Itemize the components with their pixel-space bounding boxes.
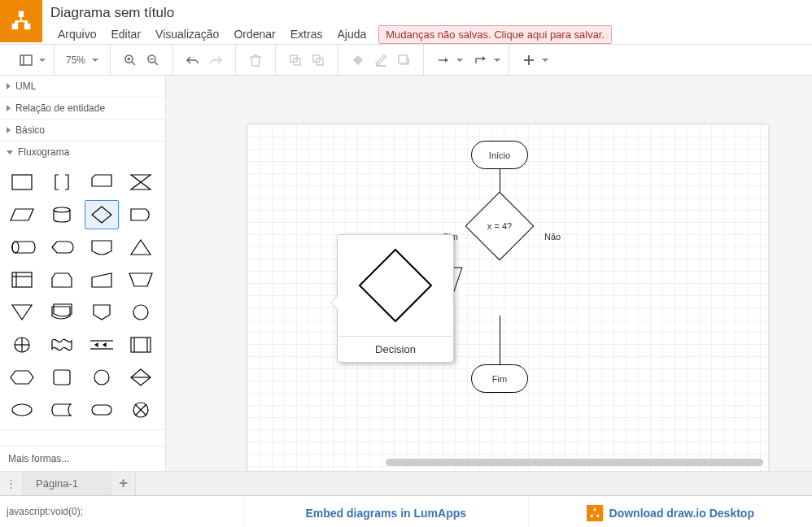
drawio-icon — [587, 505, 603, 521]
shape-card[interactable] — [85, 168, 119, 197]
shape-offpage[interactable] — [85, 298, 119, 327]
view-mode-button[interactable] — [15, 49, 37, 72]
menubar: Arquivo Editar Visualização Ordenar Extr… — [50, 24, 812, 44]
page-tabs-menu[interactable]: ⋮ — [0, 472, 23, 495]
menu-extras[interactable]: Extras — [283, 24, 330, 44]
page-tabs: ⋮ Página-1 + — [0, 471, 812, 495]
svg-rect-0 — [20, 55, 32, 65]
shape-data[interactable] — [5, 200, 39, 229]
svg-rect-21 — [12, 272, 32, 287]
shape-merge[interactable] — [5, 298, 39, 327]
shape-summing[interactable] — [124, 395, 158, 425]
edge-to-end[interactable] — [500, 316, 500, 364]
svg-rect-18 — [12, 175, 32, 189]
menu-file[interactable]: Arquivo — [50, 24, 103, 44]
shape-preview-image — [338, 235, 453, 337]
shape-sequential[interactable] — [85, 363, 119, 392]
shape-start[interactable] — [5, 395, 39, 425]
zoom-in-button[interactable] — [119, 49, 142, 72]
shape-or[interactable] — [5, 330, 39, 359]
to-back-button[interactable] — [307, 49, 330, 72]
svg-rect-37 — [92, 405, 111, 415]
zoom-select[interactable]: 75% — [63, 54, 102, 66]
shape-display[interactable] — [45, 233, 79, 262]
footer-download-link[interactable]: Download draw.io Desktop — [529, 496, 813, 527]
shape-preparation[interactable] — [5, 363, 39, 392]
page-add-button[interactable]: + — [111, 472, 136, 495]
shape-internal-storage[interactable] — [5, 265, 39, 294]
shape-tape[interactable] — [45, 330, 79, 359]
redo-button[interactable] — [204, 49, 227, 72]
view-mode-caret[interactable] — [39, 59, 46, 62]
shape-sort[interactable] — [124, 363, 158, 392]
connection-caret[interactable] — [456, 59, 463, 62]
delete-button[interactable] — [244, 49, 267, 72]
fill-color-button[interactable] — [347, 49, 369, 72]
shape-direct-data[interactable] — [5, 233, 39, 262]
svg-point-20 — [12, 242, 19, 253]
palette-header-uml[interactable]: UML — [0, 76, 165, 97]
node-start[interactable]: Início — [471, 141, 528, 169]
shape-bracket[interactable] — [45, 168, 79, 197]
shape-loop-limit[interactable] — [45, 265, 79, 294]
svg-line-7 — [155, 62, 158, 65]
shape-manual-input[interactable] — [85, 265, 119, 294]
shape-document[interactable] — [85, 233, 119, 262]
shape-predefined[interactable] — [124, 330, 158, 359]
menu-view[interactable]: Visualização — [148, 24, 226, 44]
footer-embed-link[interactable]: Embed diagrams in LumApps — [244, 496, 529, 527]
svg-point-36 — [12, 404, 32, 416]
shape-collate[interactable] — [124, 168, 158, 197]
shape-terminator[interactable] — [85, 395, 119, 425]
shape-database[interactable] — [45, 200, 79, 229]
menu-arrange[interactable]: Ordenar — [226, 24, 282, 44]
canvas[interactable]: Início x = 4? Sim Não x é = a 4 — [166, 76, 812, 471]
shape-process[interactable] — [5, 168, 39, 197]
svg-point-24 — [133, 305, 148, 320]
shape-manual-op[interactable] — [124, 265, 158, 294]
shape-preview-label: Decision — [338, 337, 453, 362]
horizontal-scrollbar[interactable] — [386, 459, 763, 466]
more-shapes-button[interactable]: Mais formas... — [0, 446, 165, 471]
shape-parallel[interactable] — [85, 330, 119, 359]
zoom-out-button[interactable] — [142, 49, 164, 72]
connection-button[interactable] — [432, 49, 455, 72]
shape-stored-data[interactable] — [45, 395, 79, 425]
line-color-button[interactable] — [369, 49, 392, 72]
status-bar: javascript:void(0); — [0, 496, 244, 527]
page-tab-1[interactable]: Página-1 — [23, 472, 111, 495]
node-decision[interactable]: x = 4? — [475, 202, 524, 250]
svg-point-19 — [54, 207, 70, 212]
waypoint-button[interactable] — [469, 49, 492, 72]
sidebar: UML Relação de entidade Básico Fluxogram… — [0, 76, 166, 471]
add-button[interactable] — [517, 49, 540, 72]
palette-flowchart-shapes — [0, 163, 165, 429]
shape-delay[interactable] — [124, 200, 158, 229]
palette-header-entity[interactable]: Relação de entidade — [0, 98, 165, 119]
document-title[interactable]: Diagrama sem título — [50, 3, 812, 24]
svg-rect-14 — [399, 55, 407, 63]
svg-point-34 — [94, 370, 109, 385]
shape-decision[interactable] — [85, 200, 119, 229]
menu-edit[interactable]: Editar — [103, 24, 148, 44]
to-front-button[interactable] — [284, 49, 307, 72]
undo-button[interactable] — [181, 49, 204, 72]
shape-process2[interactable] — [45, 363, 79, 392]
palette-header-basic[interactable]: Básico — [0, 120, 165, 141]
app-logo[interactable] — [0, 0, 42, 42]
save-warning[interactable]: Mudanças não salvas. Clique aqui para sa… — [378, 25, 612, 44]
shape-multi-document[interactable] — [45, 298, 79, 327]
shape-preview-tooltip: Decision — [337, 234, 454, 363]
svg-line-3 — [132, 62, 135, 65]
node-end[interactable]: Fim — [471, 364, 528, 393]
palette-header-flowchart[interactable]: Fluxograma — [0, 142, 165, 163]
shape-connector[interactable] — [124, 298, 158, 327]
svg-rect-33 — [54, 370, 70, 385]
footer: javascript:void(0); Embed diagrams in Lu… — [0, 495, 812, 527]
waypoint-caret[interactable] — [494, 59, 500, 62]
add-caret[interactable] — [542, 59, 548, 62]
canvas-page[interactable]: Início x = 4? Sim Não x é = a 4 — [247, 124, 768, 471]
shadow-button[interactable] — [392, 49, 415, 72]
menu-help[interactable]: Ajuda — [330, 24, 373, 44]
shape-extract[interactable] — [124, 233, 158, 262]
